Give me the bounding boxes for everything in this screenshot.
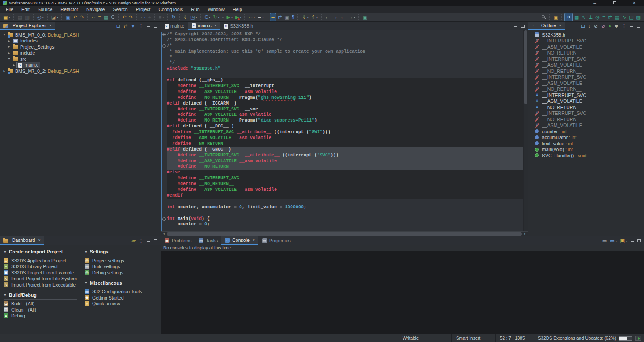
tab-outline[interactable]: ≔ Outline × [528, 22, 565, 30]
view-menu-icon[interactable]: ⋮ [138, 22, 144, 30]
collapse-arrow-icon[interactable]: ▼ [4, 250, 7, 253]
collapse-arrow-icon[interactable]: ▾ [7, 57, 12, 61]
menu-search[interactable]: Search [109, 6, 131, 13]
outline-item-no-return[interactable]: #__NO_RETURN__ [528, 86, 644, 93]
next-edit-location-icon[interactable]: →▾ [347, 13, 356, 21]
collapse-all-icon[interactable]: ⊟ [580, 22, 586, 30]
background-operations-icon[interactable] [635, 336, 641, 341]
hide-non-public-members-icon[interactable]: ● [607, 22, 612, 30]
tree-item-project-settings[interactable]: ▸Project_Settings [0, 44, 161, 50]
minimize-icon[interactable] [629, 237, 635, 245]
dashboard-item-getting-started[interactable]: ◆Getting Started [85, 295, 157, 301]
horizontal-scrollbar[interactable]: ◂ ▸ [161, 231, 528, 236]
dashboard-section-create-or-import-project[interactable]: ▼Create or Import Project [4, 248, 77, 256]
vertical-scrollbar[interactable] [523, 30, 528, 231]
updates-status[interactable]: S32DS Extensions and Updates: (62%) [538, 336, 616, 341]
save-all-icon[interactable]: ▥ [24, 13, 30, 21]
expand-arrow-icon[interactable]: ▸ [7, 51, 12, 55]
menu-run[interactable]: Run [187, 6, 203, 13]
perspective-c-cpp-icon[interactable]: C [565, 13, 572, 21]
outline-item-interrupt-svc[interactable]: #__INTERRUPT_SVC [528, 92, 644, 98]
perspective-memory-icon[interactable]: ▤ [614, 13, 620, 21]
import-prefs-icon[interactable]: ⇓▾ [301, 13, 309, 21]
hide-inactive-elements-icon[interactable]: ∗ [614, 22, 619, 30]
editor-tab-s32k358-h[interactable]: hS32K358.h [220, 22, 257, 30]
tab-properties[interactable]: ▤Properties [258, 236, 294, 245]
minimize-icon[interactable] [513, 22, 519, 30]
dashboard-item-quick-access[interactable]: ○Quick access [85, 301, 157, 307]
search-icon[interactable] [541, 13, 547, 21]
build-icon[interactable]: ◪▾ [51, 13, 59, 21]
expand-arrow-icon[interactable]: ▸ [7, 39, 12, 43]
new-s32ds-project-icon[interactable]: ▣ [65, 13, 71, 21]
link-with-editor-icon[interactable]: ⇄ [123, 22, 128, 30]
open-console-icon[interactable]: ▭ [602, 237, 608, 245]
dashboard-item-s32ds-project-from-example[interactable]: ▣S32DS Project From Example [4, 270, 77, 276]
outline-item-limit-value[interactable]: limit_value : int [528, 140, 644, 147]
export-prefs-icon[interactable]: ⇑▾ [310, 13, 318, 21]
collapse-arrow-icon[interactable]: ▼ [85, 250, 88, 253]
dashboard-item-s32ds-library-project[interactable]: ≡S32DS Library Project [4, 264, 77, 270]
open-new-window-icon[interactable]: ▣ [362, 13, 368, 21]
build-file-icon[interactable]: ▣ [284, 13, 290, 21]
editor-tab-main-c[interactable]: cmain.c [161, 22, 188, 30]
display-selected-console-icon[interactable]: ▭▾ [609, 237, 618, 245]
menu-configtools[interactable]: ConfigTools [154, 6, 187, 13]
window-maximize-button[interactable] [612, 0, 617, 6]
mark-occurrences-icon[interactable]: ▰ [270, 13, 275, 21]
outline-item-no-return[interactable]: #__NO_RETURN__ [528, 68, 644, 74]
close-icon[interactable]: × [253, 238, 255, 242]
save-icon[interactable]: ▤ [17, 13, 23, 21]
collapse-arrow-icon[interactable]: ▾ [2, 33, 7, 37]
minimize-icon[interactable] [146, 237, 152, 245]
minimize-icon[interactable] [146, 22, 152, 30]
outline-item-interrupt-svc[interactable]: #__INTERRUPT_SVC [528, 110, 644, 117]
forward-history-icon[interactable]: → [332, 13, 339, 21]
tab-tasks[interactable]: ▤Tasks [195, 236, 221, 245]
outline-item-no-return[interactable]: #__NO_RETURN__ [528, 104, 644, 110]
maximize-icon[interactable] [636, 237, 642, 245]
menu-project[interactable]: Project [132, 6, 155, 13]
window-minimize-button[interactable]: – [592, 0, 597, 6]
tab-project-explorer[interactable]: Project Explorer × [0, 22, 55, 30]
back-history-icon[interactable]: ← [324, 13, 331, 21]
menu-navigate[interactable]: Navigate [82, 6, 109, 13]
dashboard-section-miscellaneous[interactable]: ▼Miscellaneous [85, 279, 157, 287]
dashboard-item-s32ds-application-project[interactable]: ▱S32DS Application Project [4, 258, 77, 264]
collapse-arrow-icon[interactable]: ▼ [85, 281, 88, 284]
open-config-icon[interactable]: ▱▾ [248, 13, 255, 21]
maximize-icon[interactable] [153, 237, 158, 245]
dashboard-section-build-debug[interactable]: ▼Build/Debug [4, 291, 77, 300]
close-icon[interactable]: × [559, 23, 561, 28]
expand-arrow-icon[interactable]: ▸ [12, 63, 17, 67]
new-wizard-icon[interactable]: ▣▾ [2, 13, 11, 21]
code-editor[interactable]: /* Copyright 2022-2023, 2025 NXP *//* SP… [161, 30, 523, 231]
expand-arrow-icon[interactable]: ▸ [7, 45, 12, 49]
outline-item-interrupt-svc[interactable]: #__INTERRUPT_SVC [528, 74, 644, 80]
dashboard-item-clean[interactable]: ▨Clean(All) [4, 307, 77, 313]
close-icon[interactable]: × [214, 23, 216, 28]
perspective-analysis-icon[interactable]: ◫ [628, 13, 634, 21]
tab-console[interactable]: ▭Console× [221, 236, 258, 245]
outline-item-asm-volatile[interactable]: #__ASM_VOLATILE [528, 62, 644, 68]
tree-item-main-c[interactable]: ▸cmain.c [0, 62, 161, 68]
outline-item-asm-volatile[interactable]: #__ASM_VOLATILE [528, 44, 644, 50]
last-edit-location-icon[interactable]: ← [339, 13, 346, 21]
outline-item-interrupt-svc[interactable]: #__INTERRUPT_SVC [528, 56, 644, 62]
hide-static-members-icon[interactable]: ⊘ [600, 22, 606, 30]
horizontal-scrollbar-thumb[interactable] [167, 232, 522, 236]
forward-icon[interactable]: ↷ [128, 13, 134, 21]
tree-item-includes[interactable]: ▸Includes [0, 38, 161, 44]
dashboard-item-build-settings[interactable]: ◎Build settings [85, 264, 157, 270]
menu-help[interactable]: Help [229, 6, 246, 13]
perspective-registers-icon[interactable]: ≡ [602, 13, 606, 21]
dashboard-item-import-project-from-executable[interactable]: ↘Import Project from Executable [4, 282, 77, 288]
tree-item-src[interactable]: ▾src [0, 56, 161, 62]
dashboard-section-settings[interactable]: ▼Settings [85, 248, 157, 256]
minimize-icon[interactable] [629, 22, 635, 30]
dashboard-item-build[interactable]: ◪Build(All) [4, 301, 77, 307]
clean-project-icon[interactable]: C [110, 13, 115, 21]
outline-item-svc-handler[interactable]: SVC_Handler() : void [528, 152, 644, 159]
close-icon[interactable]: × [38, 238, 40, 242]
build-active-config-icon[interactable]: ≡ [97, 13, 102, 21]
